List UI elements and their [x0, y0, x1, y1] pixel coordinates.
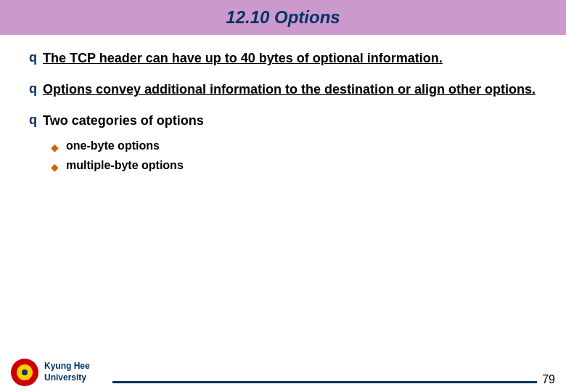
bullet-marker-3: q [29, 113, 37, 128]
bullet-text-3: Two categories of options [43, 112, 204, 130]
university-name-line2: University [44, 372, 90, 384]
slide: 12.10 Options q The TCP header can have … [0, 0, 566, 392]
university-logo-icon [11, 359, 38, 386]
university-name-line1: Kyung Hee [44, 361, 90, 372]
bullet-text-1: The TCP header can have up to 40 bytes o… [43, 49, 443, 68]
footer: Kyung Hee University 79 [0, 352, 566, 392]
slide-content: q The TCP header can have up to 40 bytes… [0, 35, 566, 187]
page-number: 79 [542, 373, 555, 386]
logo-inner-circle [17, 364, 33, 380]
sub-bullet-item-2: ◆ multiple-byte options [51, 159, 537, 173]
logo-center-dot [22, 369, 28, 375]
diamond-icon-1: ◆ [51, 142, 59, 153]
sub-bullet-text-1: one-byte options [66, 139, 160, 152]
footer-university-text: Kyung Hee University [44, 361, 90, 383]
footer-divider-line [112, 381, 537, 383]
bullet-item-1: q The TCP header can have up to 40 bytes… [29, 49, 537, 68]
bullet-text-2: Options convey additional information to… [43, 81, 536, 99]
sub-bullet-section: ◆ one-byte options ◆ multiple-byte optio… [51, 139, 537, 173]
bullet-item-2: q Options convey additional information … [29, 81, 537, 99]
slide-title: 12.10 Options [15, 7, 551, 28]
sub-bullet-text-2: multiple-byte options [66, 159, 184, 172]
title-bar: 12.10 Options [0, 0, 566, 35]
diamond-icon-2: ◆ [51, 161, 59, 173]
sub-bullet-item-1: ◆ one-byte options [51, 139, 537, 153]
footer-logo: Kyung Hee University [11, 359, 90, 386]
bullet-item-3: q Two categories of options [29, 112, 537, 130]
bullet-marker-2: q [29, 81, 37, 97]
bullet-marker-1: q [29, 50, 37, 65]
